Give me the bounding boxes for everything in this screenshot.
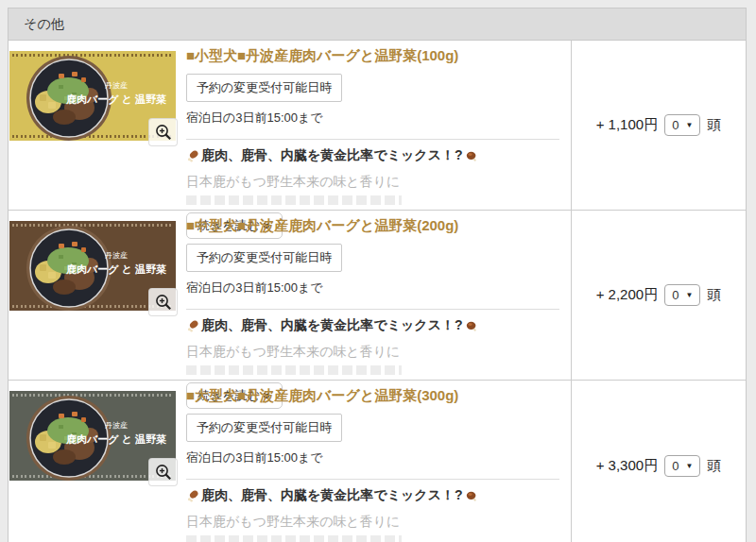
item-title: ■大型犬■丹波産鹿肉バーグと温野菜(300g) bbox=[186, 386, 559, 405]
quantity-value: 0 bbox=[672, 459, 679, 473]
price-text: + 1,100円 bbox=[596, 116, 658, 134]
price-cell: + 1,100円 0 ▼ 頭 bbox=[571, 41, 746, 210]
addon-row-large-dog: 丹波産 鹿肉バーグ と 温野菜 ■大型犬■丹波産鹿肉バーグと温野菜(300g) … bbox=[9, 381, 746, 542]
zoom-image-button[interactable] bbox=[148, 458, 178, 486]
quantity-value: 0 bbox=[672, 118, 679, 132]
drumstick-emoji-icon bbox=[186, 489, 199, 502]
unit-label: 頭 bbox=[707, 286, 721, 304]
meat-emoji-icon bbox=[465, 149, 478, 162]
product-image[interactable]: 丹波産 鹿肉バーグ と 温野菜 bbox=[9, 391, 176, 481]
item-description: 鹿肉、鹿骨、内臓を黄金比率でミックス！? bbox=[186, 487, 559, 504]
quantity-select[interactable]: 0 ▼ bbox=[664, 284, 700, 306]
reservation-change-button[interactable]: 予約の変更受付可能日時 bbox=[186, 414, 342, 442]
divider bbox=[186, 309, 559, 310]
zoom-image-button[interactable] bbox=[148, 118, 178, 146]
quantity-value: 0 bbox=[672, 288, 679, 302]
section-title: その他 bbox=[24, 16, 64, 33]
product-image[interactable]: 丹波産 鹿肉バーグ と 温野菜 bbox=[9, 221, 176, 311]
caret-down-icon: ▼ bbox=[685, 121, 693, 129]
meat-emoji-icon bbox=[465, 319, 478, 332]
quantity-select[interactable]: 0 ▼ bbox=[664, 455, 700, 477]
drumstick-emoji-icon bbox=[186, 149, 199, 162]
deadline-text: 宿泊日の3日前15:00まで bbox=[186, 279, 559, 296]
image-product-label: 鹿肉バーグ と 温野菜 bbox=[60, 432, 172, 448]
description-text: 鹿肉、鹿骨、内臓を黄金比率でミックス！? bbox=[201, 487, 463, 504]
item-description: 鹿肉、鹿骨、内臓を黄金比率でミックス！? bbox=[186, 147, 559, 164]
reservation-change-button[interactable]: 予約の変更受付可能日時 bbox=[186, 74, 342, 102]
section-header: その他 bbox=[9, 8, 746, 41]
item-subtext: 日本鹿がもつ野生本来の味と香りに bbox=[186, 514, 559, 531]
magnifier-plus-icon bbox=[154, 293, 173, 312]
faded-text-line bbox=[186, 535, 402, 542]
item-subtext: 日本鹿がもつ野生本来の味と香りに bbox=[186, 344, 559, 361]
reservation-change-button[interactable]: 予約の変更受付可能日時 bbox=[186, 244, 342, 272]
product-image[interactable]: 丹波産 鹿肉バーグ と 温野菜 bbox=[9, 51, 176, 141]
divider bbox=[186, 139, 559, 140]
image-product-label: 鹿肉バーグ と 温野菜 bbox=[60, 262, 172, 278]
price-cell: + 3,300円 0 ▼ 頭 bbox=[571, 381, 746, 542]
meat-emoji-icon bbox=[465, 489, 478, 502]
magnifier-plus-icon bbox=[154, 463, 173, 482]
faded-text-line bbox=[186, 365, 402, 375]
description-text: 鹿肉、鹿骨、内臓を黄金比率でミックス！? bbox=[201, 147, 463, 164]
addon-row-small-dog: 丹波産 鹿肉バーグ と 温野菜 ■小型犬■丹波産鹿肉バーグと温野菜(100g) … bbox=[9, 41, 746, 211]
addon-row-medium-dog: 丹波産 鹿肉バーグ と 温野菜 ■中型犬■丹波産鹿肉バーグと温野菜(200g) … bbox=[9, 211, 746, 381]
image-caption: 丹波産 鹿肉バーグ と 温野菜 bbox=[60, 250, 172, 278]
caret-down-icon: ▼ bbox=[685, 291, 693, 299]
price-cell: + 2,200円 0 ▼ 頭 bbox=[571, 211, 746, 380]
image-origin-label: 丹波産 bbox=[60, 420, 172, 432]
drumstick-emoji-icon bbox=[186, 319, 199, 332]
item-subtext: 日本鹿がもつ野生本来の味と香りに bbox=[186, 174, 559, 191]
deadline-text: 宿泊日の3日前15:00まで bbox=[186, 449, 559, 466]
item-title: ■小型犬■丹波産鹿肉バーグと温野菜(100g) bbox=[186, 46, 559, 65]
item-title: ■中型犬■丹波産鹿肉バーグと温野菜(200g) bbox=[186, 216, 559, 235]
addon-options-panel: その他 bbox=[8, 8, 747, 542]
addon-row-content: 丹波産 鹿肉バーグ と 温野菜 ■小型犬■丹波産鹿肉バーグと温野菜(100g) … bbox=[9, 41, 571, 210]
price-text: + 3,300円 bbox=[596, 457, 658, 475]
quantity-select[interactable]: 0 ▼ bbox=[664, 114, 700, 136]
addon-row-content: 丹波産 鹿肉バーグ と 温野菜 ■中型犬■丹波産鹿肉バーグと温野菜(200g) … bbox=[9, 211, 571, 380]
deadline-text: 宿泊日の3日前15:00まで bbox=[186, 110, 559, 127]
addon-row-content: 丹波産 鹿肉バーグ と 温野菜 ■大型犬■丹波産鹿肉バーグと温野菜(300g) … bbox=[9, 381, 571, 542]
description-text: 鹿肉、鹿骨、内臓を黄金比率でミックス！? bbox=[201, 317, 463, 334]
image-origin-label: 丹波産 bbox=[60, 250, 172, 262]
image-caption: 丹波産 鹿肉バーグ と 温野菜 bbox=[60, 80, 172, 108]
item-description: 鹿肉、鹿骨、内臓を黄金比率でミックス！? bbox=[186, 317, 559, 334]
divider bbox=[186, 479, 559, 480]
faded-text-line bbox=[186, 195, 402, 205]
unit-label: 頭 bbox=[707, 457, 721, 475]
magnifier-plus-icon bbox=[154, 123, 173, 142]
image-caption: 丹波産 鹿肉バーグ と 温野菜 bbox=[60, 420, 172, 448]
caret-down-icon: ▼ bbox=[685, 462, 693, 470]
image-origin-label: 丹波産 bbox=[60, 80, 172, 92]
image-product-label: 鹿肉バーグ と 温野菜 bbox=[60, 92, 172, 108]
unit-label: 頭 bbox=[707, 116, 721, 134]
price-text: + 2,200円 bbox=[596, 286, 658, 304]
zoom-image-button[interactable] bbox=[148, 288, 178, 316]
